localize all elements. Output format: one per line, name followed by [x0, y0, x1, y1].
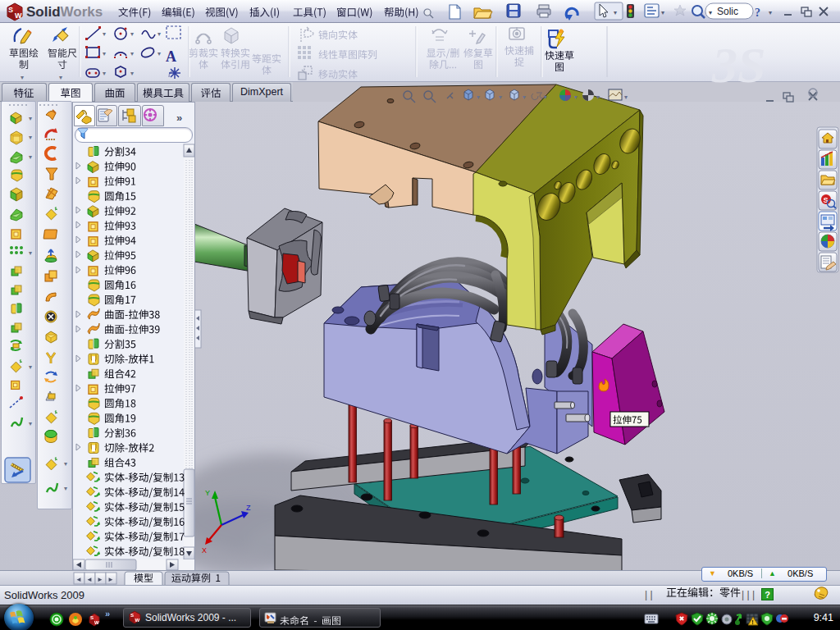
svg-text:SolidWorks: SolidWorks	[26, 4, 103, 20]
svg-text:Z: Z	[246, 504, 251, 512]
svg-text:▾: ▾	[523, 94, 526, 101]
svg-text:X: X	[202, 546, 207, 555]
svg-text:▾: ▾	[574, 94, 578, 101]
svg-text:▾: ▾	[624, 94, 628, 101]
svg-text:W: W	[15, 11, 22, 20]
svg-text:Y: Y	[205, 489, 210, 497]
svg-text:▾: ▾	[544, 94, 547, 101]
svg-text:S: S	[8, 6, 13, 14]
svg-text:▾: ▾	[596, 94, 600, 101]
svg-text:▾: ▾	[477, 94, 480, 101]
svg-text:▾: ▾	[499, 94, 502, 101]
